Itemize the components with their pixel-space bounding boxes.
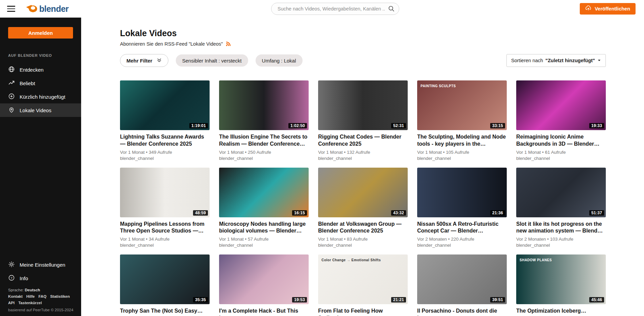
menu-toggle-button[interactable] xyxy=(5,4,17,14)
sort-value: "Zuletzt hinzugefügt" xyxy=(545,58,595,63)
sidebar-item-settings[interactable]: Meine Einstellungen xyxy=(0,258,81,271)
publish-button[interactable]: Veröffentlichen xyxy=(580,3,636,15)
video-card: Color Change → Emotional Shifts 21:21 Fr… xyxy=(318,254,408,316)
video-channel-link[interactable]: blender_channel xyxy=(417,156,507,161)
language-label: Sprache: xyxy=(8,288,24,292)
sidebar-item-info[interactable]: ? Info xyxy=(0,271,81,285)
video-channel-link[interactable]: blender_channel xyxy=(219,156,309,161)
search-input[interactable] xyxy=(271,3,399,15)
video-thumbnail[interactable]: Color Change → Emotional Shifts 21:21 xyxy=(318,254,408,304)
filter-chip-sensitive-content[interactable]: Sensibler Inhalt : versteckt xyxy=(176,54,248,67)
video-meta: Vor 1 Monat • 34 Aufrufe xyxy=(120,237,210,242)
video-channel-link[interactable]: blender_channel xyxy=(219,243,309,248)
video-duration-badge: 39:51 xyxy=(490,297,505,302)
main-content: Lokale Videos Abonnieren Sie den RSS-Fee… xyxy=(81,0,644,316)
video-channel-link[interactable]: blender_channel xyxy=(318,156,408,161)
sort-dropdown[interactable]: Sortieren nach "Zuletzt hinzugefügt" xyxy=(506,54,606,67)
video-title[interactable]: Blender at Volkswagen Group — Blender Co… xyxy=(318,221,408,235)
video-card: 52:31 Rigging Cheat Codes — Blender Conf… xyxy=(318,80,408,161)
video-channel-link[interactable]: blender_channel xyxy=(120,156,210,161)
thumbnail-overlay-text: SHADOW PLANES xyxy=(520,258,552,263)
sidebar-item-recently-added[interactable]: Kürzlich hinzugefügt xyxy=(0,90,81,103)
footer-link-shortcuts[interactable]: Tastenkürzel xyxy=(18,301,42,305)
video-thumbnail[interactable]: 16:15 xyxy=(219,168,309,217)
filter-chip-scope[interactable]: Umfang : Lokal xyxy=(256,54,303,67)
svg-text:?: ? xyxy=(10,276,12,279)
video-title[interactable]: The Optimization Iceberg… xyxy=(516,308,606,315)
video-meta: Vor 2 Monaten • 103 Aufrufe xyxy=(516,237,606,242)
video-card: 16:15 Microscopy Nodes handling large bi… xyxy=(219,168,309,248)
video-title[interactable]: Microscopy Nodes handling large biologic… xyxy=(219,221,309,235)
video-channel-link[interactable]: blender_channel xyxy=(318,243,408,248)
video-title[interactable]: From Flat to Feeling How Stylized… xyxy=(318,308,408,316)
more-filters-button[interactable]: Mehr Filter xyxy=(120,54,168,67)
video-channel-link[interactable]: blender_channel xyxy=(120,243,210,248)
video-title[interactable]: The Sculpting, Modeling and Node tools -… xyxy=(417,133,507,148)
video-card: PAINTING SCULPTS 33:15 The Sculpting, Mo… xyxy=(417,80,507,161)
video-meta: Vor 1 Monat • 105 Aufrufe xyxy=(417,150,507,155)
language-value[interactable]: Deutsch xyxy=(25,288,40,292)
video-title[interactable]: Reimagining Iconic Anime Backgrounds in … xyxy=(516,133,606,148)
video-title[interactable]: Lightning Talks Suzanne Awards — Blender… xyxy=(120,133,210,148)
caret-down-icon xyxy=(597,58,601,63)
video-thumbnail[interactable]: 19:53 xyxy=(219,254,309,304)
video-title[interactable]: Trophy San The (Not So) Easy… xyxy=(120,308,210,315)
blender-logo-icon xyxy=(26,3,38,15)
video-thumbnail[interactable]: 51:37 xyxy=(516,168,606,217)
sidebar-item-label: Entdecken xyxy=(20,67,44,73)
globe-icon xyxy=(8,66,15,74)
video-title[interactable]: Rigging Cheat Codes — Blender Conference… xyxy=(318,133,408,148)
language-row: Sprache: Deutsch xyxy=(0,288,81,292)
page-title: Lokale Videos xyxy=(120,28,606,38)
video-thumbnail[interactable]: 43:32 xyxy=(318,168,408,217)
search-icon[interactable] xyxy=(388,5,395,12)
sidebar-item-local-videos[interactable]: Lokale Videos xyxy=(0,103,81,117)
footer-link-stats[interactable]: Statistiken xyxy=(50,294,70,298)
sidebar-item-label: Info xyxy=(20,275,28,281)
footer-link-faq[interactable]: FAQ xyxy=(39,294,47,298)
video-duration-badge: 33:15 xyxy=(490,123,505,128)
rss-subscribe-link[interactable]: Abonnieren Sie den RSS-Feed "Lokale Vide… xyxy=(120,41,606,47)
video-duration-badge: 1:19:01 xyxy=(189,123,208,128)
video-thumbnail[interactable]: 1:19:01 xyxy=(120,80,210,130)
video-title[interactable]: Mapping Pipelines Lessons from Three Ope… xyxy=(120,221,210,235)
blender-logo[interactable]: blender xyxy=(26,3,69,15)
footer-link-api[interactable]: API xyxy=(8,301,15,305)
video-thumbnail[interactable]: SHADOW PLANES 45:46 xyxy=(516,254,606,304)
video-title[interactable]: I'm a Complete Hack - But This is… xyxy=(219,308,309,316)
video-thumbnail[interactable]: 52:31 xyxy=(318,80,408,130)
video-thumbnail[interactable]: 48:59 xyxy=(120,168,210,217)
video-title[interactable]: Il Porsachino - Donuts dont die in… xyxy=(417,308,507,316)
blender-logo-text: blender xyxy=(39,4,69,14)
thumbnail-overlay-text: PAINTING SCULPTS xyxy=(421,84,456,89)
sidebar-item-label: Lokale Videos xyxy=(20,107,51,113)
video-thumbnail[interactable]: 21:36 xyxy=(417,168,507,217)
plus-circle-icon xyxy=(8,93,15,101)
search-bar xyxy=(271,3,399,15)
login-button[interactable]: Anmelden xyxy=(8,27,73,39)
video-duration-badge: 45:46 xyxy=(589,297,604,302)
video-title[interactable]: The Illusion Engine The Secrets to Reali… xyxy=(219,133,309,148)
video-thumbnail[interactable]: 19:33 xyxy=(516,80,606,130)
sidebar-item-label: Beliebt xyxy=(20,80,35,86)
video-duration-badge: 1:02:50 xyxy=(288,123,307,128)
sidebar-item-trending[interactable]: Beliebt xyxy=(0,76,81,90)
video-channel-link[interactable]: blender_channel xyxy=(516,156,606,161)
video-thumbnail[interactable]: 35:35 xyxy=(120,254,210,304)
video-duration-badge: 52:31 xyxy=(391,123,406,128)
video-duration-badge: 51:37 xyxy=(589,210,604,216)
gear-icon xyxy=(8,261,15,269)
video-title[interactable]: Nissan 500sx A Retro-Futuristic Concept … xyxy=(417,221,507,235)
video-channel-link[interactable]: blender_channel xyxy=(516,243,606,248)
copyright-text: basierend auf PeerTube © 2015-2024 xyxy=(0,308,81,312)
sidebar-item-discover[interactable]: Entdecken xyxy=(0,63,81,76)
footer-link-contact[interactable]: Kontakt xyxy=(8,294,23,298)
footer-link-help[interactable]: Hilfe xyxy=(26,294,35,298)
video-thumbnail[interactable]: 1:02:50 xyxy=(219,80,309,130)
double-chevron-down-icon xyxy=(157,57,162,64)
video-title[interactable]: Slot it like its hot progress on the new… xyxy=(516,221,606,235)
video-thumbnail[interactable]: PAINTING SCULPTS 33:15 xyxy=(417,80,507,130)
sidebar-footer: Meine Einstellungen ? Info Sprache: Deut… xyxy=(0,258,81,316)
video-thumbnail[interactable]: 39:51 xyxy=(417,254,507,304)
video-channel-link[interactable]: blender_channel xyxy=(417,243,507,248)
